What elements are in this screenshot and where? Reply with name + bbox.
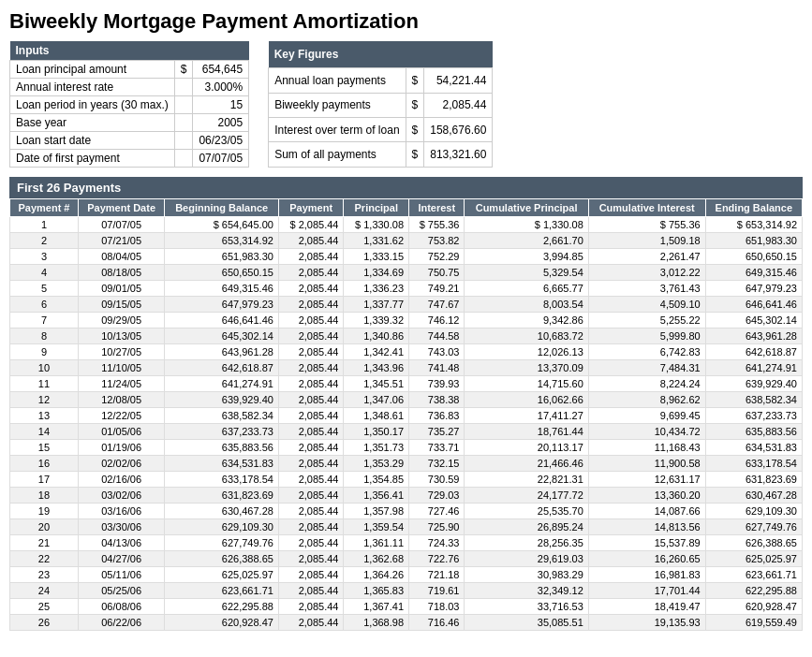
cell-8-8: 642,618.87: [705, 344, 802, 360]
cell-19-4: 1,359.54: [344, 519, 409, 535]
cell-16-8: 631,823.69: [705, 472, 802, 488]
input-row-loan-start: Loan start date 06/23/05: [10, 132, 249, 150]
cell-17-0: 18: [10, 488, 79, 504]
cell-9-4: 1,343.96: [344, 360, 409, 376]
label-loan-start: Loan start date: [10, 132, 175, 150]
cell-18-0: 19: [10, 504, 79, 519]
cell-22-0: 23: [10, 567, 79, 583]
cell-10-5: 739.93: [409, 376, 465, 392]
cell-23-0: 24: [10, 583, 79, 599]
cell-25-2: 620,928.47: [165, 615, 279, 631]
cell-24-3: 2,085.44: [278, 599, 344, 615]
cell-12-4: 1,348.61: [344, 408, 409, 424]
cell-23-7: 17,701.44: [588, 583, 705, 599]
value-interest-rate: 3.000%: [193, 79, 249, 96]
cell-10-8: 639,929.40: [705, 376, 802, 392]
cell-8-1: 10/27/05: [78, 344, 165, 360]
cell-25-1: 06/22/06: [78, 615, 165, 631]
cell-24-4: 1,367.41: [344, 599, 409, 615]
cell-7-1: 10/13/05: [78, 328, 165, 344]
table-row: 107/07/05$ 654,645.00$ 2,085.44$ 1,330.0…: [10, 217, 803, 233]
label-base-year: Base year: [10, 114, 175, 132]
cell-16-5: 730.59: [409, 472, 465, 488]
cell-7-4: 1,340.86: [344, 328, 409, 344]
table-row: 2204/27/06626,388.652,085.441,362.68722.…: [10, 551, 803, 567]
cell-4-5: 749.21: [409, 281, 465, 297]
cell-19-7: 14,813.56: [588, 519, 705, 535]
cell-3-1: 08/18/05: [78, 265, 165, 281]
cell-18-1: 03/16/06: [78, 504, 165, 519]
inputs-header: Inputs: [10, 41, 249, 61]
cell-2-6: 3,994.85: [465, 249, 588, 265]
cell-5-3: 2,085.44: [278, 297, 344, 313]
cell-9-1: 11/10/05: [78, 360, 165, 376]
kf-row-sum: Sum of all payments $ 813,321.60: [269, 142, 493, 168]
value-loan-principal: 654,645: [193, 61, 249, 79]
cell-13-6: 18,761.44: [465, 424, 588, 440]
cell-5-0: 6: [10, 297, 79, 313]
col-cumulative-interest: Cumulative Interest: [588, 199, 705, 217]
cell-10-0: 11: [10, 376, 79, 392]
cell-3-5: 750.75: [409, 265, 465, 281]
cell-5-7: 4,509.10: [588, 297, 705, 313]
cell-8-4: 1,342.41: [344, 344, 409, 360]
cell-10-2: 641,274.91: [165, 376, 279, 392]
cell-17-6: 24,177.72: [465, 488, 588, 504]
cell-19-3: 2,085.44: [278, 519, 344, 535]
cell-23-4: 1,365.83: [344, 583, 409, 599]
cell-15-2: 634,531.83: [165, 456, 279, 472]
cell-17-8: 630,467.28: [705, 488, 802, 504]
cell-22-4: 1,364.26: [344, 567, 409, 583]
kf-dollar-biweekly: $: [406, 93, 424, 117]
cell-13-2: 637,233.73: [165, 424, 279, 440]
cell-21-6: 29,619.03: [465, 551, 588, 567]
cell-7-6: 10,683.72: [465, 328, 588, 344]
cell-14-5: 733.71: [409, 440, 465, 456]
cell-7-0: 8: [10, 328, 79, 344]
cell-18-6: 25,535.70: [465, 504, 588, 519]
cell-20-5: 724.33: [409, 535, 465, 551]
table-row: 1312/22/05638,582.342,085.441,348.61736.…: [10, 408, 803, 424]
cell-14-7: 11,168.43: [588, 440, 705, 456]
cell-2-4: 1,333.15: [344, 249, 409, 265]
cell-6-5: 746.12: [409, 313, 465, 328]
cell-21-2: 626,388.65: [165, 551, 279, 567]
cell-9-6: 13,370.09: [465, 360, 588, 376]
cell-22-3: 2,085.44: [278, 567, 344, 583]
cell-4-7: 3,761.43: [588, 281, 705, 297]
cell-20-0: 21: [10, 535, 79, 551]
cell-0-8: $ 653,314.92: [705, 217, 802, 233]
cell-2-8: 650,650.15: [705, 249, 802, 265]
cell-14-2: 635,883.56: [165, 440, 279, 456]
cell-0-6: $ 1,330.08: [465, 217, 588, 233]
cell-8-0: 9: [10, 344, 79, 360]
cell-13-1: 01/05/06: [78, 424, 165, 440]
cell-0-3: $ 2,085.44: [278, 217, 344, 233]
kf-value-annual: 54,221.44: [424, 68, 493, 93]
cell-10-1: 11/24/05: [78, 376, 165, 392]
col-principal: Principal: [344, 199, 409, 217]
cell-1-1: 07/21/05: [78, 233, 165, 249]
dollar-first-payment: [174, 150, 193, 168]
cell-17-2: 631,823.69: [165, 488, 279, 504]
cell-1-2: 653,314.92: [165, 233, 279, 249]
dollar-interest-rate: [174, 79, 193, 96]
kf-value-interest-term: 158,676.60: [424, 118, 493, 142]
cell-20-3: 2,085.44: [278, 535, 344, 551]
cell-12-2: 638,582.34: [165, 408, 279, 424]
kf-label-sum: Sum of all payments: [269, 142, 406, 168]
cell-7-5: 744.58: [409, 328, 465, 344]
cell-15-7: 11,900.58: [588, 456, 705, 472]
cell-8-7: 6,742.83: [588, 344, 705, 360]
inputs-table: Inputs Loan principal amount $ 654,645 A…: [9, 41, 249, 168]
cell-18-4: 1,357.98: [344, 504, 409, 519]
cell-5-4: 1,337.77: [344, 297, 409, 313]
cell-0-7: $ 755.36: [588, 217, 705, 233]
cell-3-2: 650,650.15: [165, 265, 279, 281]
cell-1-7: 1,509.18: [588, 233, 705, 249]
cell-20-4: 1,361.11: [344, 535, 409, 551]
cell-24-2: 622,295.88: [165, 599, 279, 615]
cell-2-5: 752.29: [409, 249, 465, 265]
cell-11-5: 738.38: [409, 392, 465, 408]
value-loan-start: 06/23/05: [193, 132, 249, 150]
